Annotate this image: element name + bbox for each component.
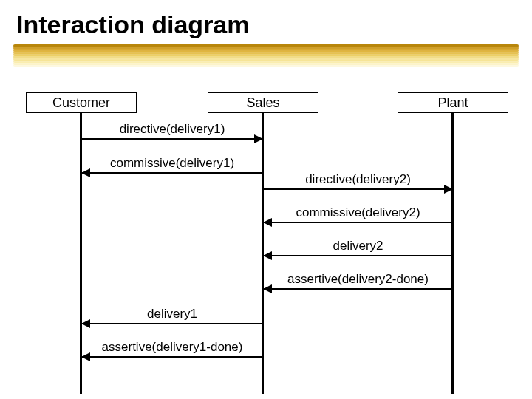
title-underline	[13, 44, 519, 69]
participant-label: Sales	[246, 95, 279, 110]
message-delivery2: delivery2	[264, 239, 452, 257]
message-label: commissive(delivery2)	[264, 205, 452, 220]
participant-label: Plant	[437, 95, 468, 110]
message-label: assertive(delivery2-done)	[264, 272, 452, 287]
arrow-left-icon	[81, 168, 90, 177]
arrow-right-icon	[444, 185, 453, 194]
message-assertive-delivery1-done: assertive(delivery1-done)	[82, 341, 262, 358]
page-title: Interaction diagram	[16, 10, 250, 39]
message-directive-delivery1: directive(delivery1)	[82, 123, 262, 140]
arrow-left-icon	[263, 218, 272, 227]
message-delivery1: delivery1	[82, 307, 262, 325]
arrow-right-icon	[254, 134, 263, 143]
arrow-left-icon	[263, 251, 272, 260]
participant-customer: Customer	[26, 92, 137, 113]
participant-sales: Sales	[208, 92, 318, 113]
message-directive-delivery2: directive(delivery2)	[264, 173, 452, 191]
message-label: commissive(delivery1)	[82, 156, 262, 171]
arrow-left-icon	[81, 352, 90, 361]
message-label: assertive(delivery1-done)	[82, 340, 262, 355]
participant-plant: Plant	[398, 92, 508, 113]
arrow-left-icon	[263, 284, 272, 293]
message-commissive-delivery2: commissive(delivery2)	[264, 206, 452, 224]
arrow-left-icon	[81, 319, 90, 328]
message-commissive-delivery1: commissive(delivery1)	[82, 157, 262, 174]
message-label: delivery2	[264, 239, 452, 253]
message-label: directive(delivery1)	[82, 122, 262, 137]
participant-label: Customer	[52, 95, 110, 110]
message-assertive-delivery2-done: assertive(delivery2-done)	[264, 273, 452, 290]
message-label: directive(delivery2)	[264, 172, 452, 187]
message-label: delivery1	[82, 307, 262, 321]
